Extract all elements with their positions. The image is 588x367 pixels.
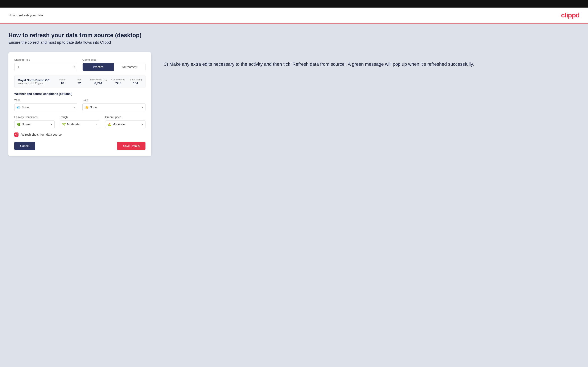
weather-section-title: Weather and course conditions (optional) [14,92,146,96]
checkmark-icon [15,133,18,136]
tournament-button[interactable]: Tournament [114,63,145,71]
holes-label: Holes [56,78,69,81]
par-label: Par [73,78,86,81]
form-panel: Starting Hole 1 2 10 ▾ Game Type Practic… [9,52,151,156]
save-details-button[interactable]: Save Details [117,142,146,150]
practice-button[interactable]: Practice [83,63,114,71]
main-content: How to refresh your data from source (de… [0,24,588,363]
page-heading: How to refresh your data from source (de… [9,32,579,39]
info-panel: 3) Make any extra edits necessary to the… [164,52,579,68]
checkbox-row: Refresh shots from data source [14,133,146,137]
course-stat-slope-rating: Slope rating 134 [129,78,142,85]
wind-group: Wind 💨 Strong Light None ▾ [14,99,77,111]
form-actions: Cancel Save Details [14,142,146,150]
green-speed-select[interactable]: Moderate Slow Fast [105,120,146,128]
holes-value: 18 [56,81,69,85]
rain-group: Rain ☀️ None Light Heavy ▾ [82,99,146,111]
green-speed-label: Green Speed [105,116,146,119]
wind-select[interactable]: Strong Light None [14,103,77,111]
green-speed-group: Green Speed ⛳ Moderate Slow Fast ▾ [105,116,146,128]
rain-select[interactable]: None Light Heavy [82,103,146,111]
header-title: How to refresh your data [9,13,43,17]
par-value: 72 [73,81,86,85]
fairway-conditions-label: Fairway Conditions [14,116,55,119]
slope-rating-label: Slope rating [129,78,142,81]
course-rating-label: Course rating [111,78,125,81]
yards-value: 6,744 [90,81,107,85]
rough-group: Rough 🌱 Moderate Light Heavy ▾ [60,116,100,128]
fairway-conditions-select[interactable]: Normal Soft Hard [14,120,55,128]
rough-label: Rough [60,116,100,119]
starting-hole-label: Starting Hole [14,58,77,61]
refresh-checkbox-label: Refresh shots from data source [21,133,62,136]
course-rating-value: 72.5 [111,81,125,85]
rain-label: Rain [82,99,146,102]
refresh-checkbox[interactable] [14,133,18,137]
starting-hole-group: Starting Hole 1 2 10 ▾ [14,58,77,71]
footer: Copyright Clippd 2022 [0,363,588,367]
weather-section: Weather and course conditions (optional)… [14,92,146,128]
yards-label: Yards/White (M)) [90,78,107,81]
course-stat-yards: Yards/White (M)) 6,744 [90,78,107,85]
page-subheading: Ensure the correct and most up to date d… [9,40,579,45]
top-bar [0,0,588,8]
course-name-block: Royal North Devon GC, Westward Ho!, Engl… [18,79,52,85]
starting-hole-select[interactable]: 1 2 10 [14,63,77,71]
course-stat-holes: Holes 18 [56,78,69,85]
course-info-row: Royal North Devon GC, Westward Ho!, Engl… [14,75,146,88]
game-type-buttons: Practice Tournament [82,63,146,71]
info-text: 3) Make any extra edits necessary to the… [164,61,579,68]
slope-rating-value: 134 [129,81,142,85]
game-type-group: Game Type Practice Tournament [82,58,146,71]
game-type-label: Game Type [82,58,146,61]
course-stat-par: Par 72 [73,78,86,85]
cancel-button[interactable]: Cancel [14,142,35,150]
fairway-conditions-group: Fairway Conditions 🌿 Normal Soft Hard ▾ [14,116,55,128]
content-area: Starting Hole 1 2 10 ▾ Game Type Practic… [9,52,579,156]
course-stat-course-rating: Course rating 72.5 [111,78,125,85]
course-location: Westward Ho!, England [18,82,52,85]
header: How to refresh your data clippd [0,8,588,24]
rough-select[interactable]: Moderate Light Heavy [60,120,100,128]
course-name-main: Royal North Devon GC, [18,79,52,82]
wind-label: Wind [14,99,77,102]
logo: clippd [561,11,579,19]
